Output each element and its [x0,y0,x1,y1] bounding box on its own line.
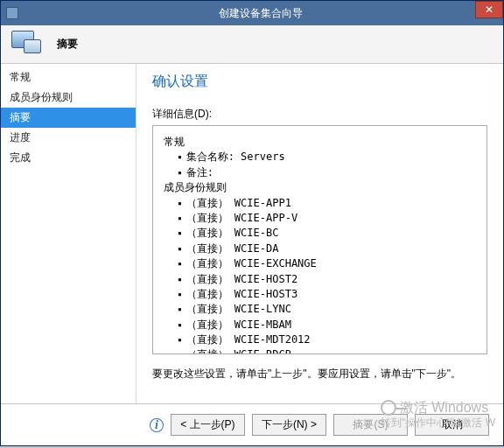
detail-row: （直接） WCIE-LYNC [178,302,476,317]
close-icon: ✕ [485,4,494,16]
summary-button: 摘要(S) [333,414,408,436]
wizard-window: 创建设备集合向导 ✕ 摘要 常规成员身份规则摘要进度完成 确认设置 详细信息(D… [0,0,504,446]
sidebar: 常规成员身份规则摘要进度完成 [1,64,136,403]
detail-row: （直接） WCIE-APP1 [178,196,476,211]
detail-section-title: 成员身份规则 [164,180,476,195]
detail-row: 集合名称: Servers [178,150,476,164]
sidebar-item[interactable]: 摘要 [1,108,136,128]
cancel-button[interactable]: 取消 [415,414,489,436]
hint-text: 要更改这些设置，请单击"上一步"。要应用设置，请单击"下一步"。 [152,367,487,382]
detail-section-title: 常规 [164,135,476,150]
wizard-step-title: 摘要 [57,37,78,52]
sidebar-item[interactable]: 成员身份规则 [1,88,136,108]
next-button[interactable]: 下一步(N) > [252,414,326,436]
page-heading: 确认设置 [152,73,487,91]
wizard-body: 常规成员身份规则摘要进度完成 确认设置 详细信息(D): 常规集合名称: Ser… [1,64,503,403]
detail-row: （直接） WCIE-HOST3 [178,287,476,302]
footer: i < 上一步(P) 下一步(N) > 摘要(S) 取消 [1,403,503,445]
close-button[interactable]: ✕ [475,1,503,18]
sidebar-item[interactable]: 常规 [1,67,136,88]
wizard-header: 摘要 [1,25,503,64]
detail-row: （直接） WCIE-BC [178,226,476,241]
window-title: 创建设备集合向导 [18,6,503,21]
detail-row: 备注: [178,165,476,180]
help-icon[interactable]: i [150,418,164,432]
prev-button[interactable]: < 上一步(P) [171,414,245,436]
sidebar-item[interactable]: 完成 [1,148,136,168]
detail-row: （直接） WCIE-APP-V [178,211,476,226]
detail-box: 常规集合名称: Servers备注:成员身份规则（直接） WCIE-APP1（直… [152,125,487,354]
detail-row: （直接） WCIE-MDT2012 [178,332,476,347]
app-icon [6,7,18,19]
detail-row: （直接） WCIE-MBAM [178,318,476,332]
detail-row: （直接） WCIE-HOST2 [178,272,476,287]
wizard-icon [11,31,45,59]
detail-row: （直接） WCIE-EXCHANGE [178,256,476,271]
titlebar: 创建设备集合向导 ✕ [1,1,503,25]
detail-row: （直接） WCIE-RDCB [178,347,476,354]
main-panel: 确认设置 详细信息(D): 常规集合名称: Servers备注:成员身份规则（直… [136,64,503,403]
sidebar-item[interactable]: 进度 [1,128,136,148]
detail-row: （直接） WCIE-DA [178,242,476,256]
detail-label: 详细信息(D): [152,107,487,122]
